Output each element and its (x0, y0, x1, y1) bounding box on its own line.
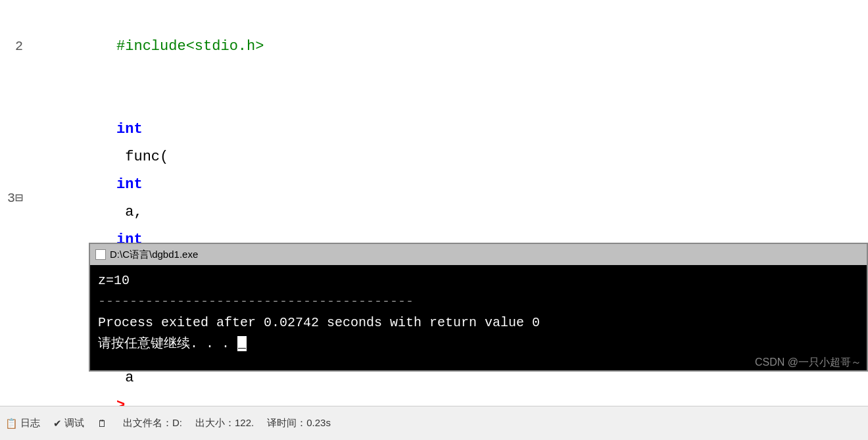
toolbar-compiletime-label: 译时间：0.23s (267, 417, 331, 429)
console-separator: ---------------------------------------- (98, 291, 859, 312)
line-content-2: #include<stdio.h> (30, 5, 861, 88)
console-titlebar-icon (95, 249, 106, 260)
toolbar-note[interactable]: 🗒 (97, 418, 110, 429)
toolbar-log-label: 日志 (20, 417, 40, 429)
console-overlay: D:\C语言\dgbd1.exe z=10 ------------------… (89, 243, 868, 372)
toolbar-log: 📋 日志 (5, 417, 40, 429)
console-titlebar-text: D:\C语言\dgbd1.exe (110, 249, 198, 261)
toolbar-debug[interactable]: ✔ 调试 (53, 417, 84, 429)
toolbar-compiletime: 译时间：0.23s (267, 417, 331, 429)
code-area: 2 #include<stdio.h> 3⊟ int func( int a, … (0, 0, 868, 406)
note-icon: 🗒 (97, 418, 107, 429)
debug-icon: ✔ (53, 418, 62, 429)
toolbar-filename: 出文件名：D: (123, 417, 182, 429)
main-container: 2 #include<stdio.h> 3⊟ int func( int a, … (0, 0, 868, 440)
console-body: z=10 -----------------------------------… (90, 265, 867, 370)
toolbar-filesize-label: 出大小：122. (195, 417, 254, 429)
toolbar-filesize: 出大小：122. (195, 417, 254, 429)
log-icon: 📋 (5, 418, 18, 429)
csdn-watermark: CSDN @一只小超哥～ (755, 356, 861, 370)
line-num-2: 2 (0, 33, 23, 61)
bottom-toolbar: 📋 日志 ✔ 调试 🗒 出文件名：D: 出大小：122. 译时间：0.23s (0, 406, 868, 440)
console-titlebar: D:\C语言\dgbd1.exe (90, 244, 867, 265)
console-process-line: Process exited after 0.02742 seconds wit… (98, 312, 859, 333)
console-press-key: 请按任意键继续. . . _ (98, 333, 859, 354)
code-line-2: 2 #include<stdio.h> (0, 5, 868, 88)
toolbar-debug-label: 调试 (64, 417, 84, 429)
toolbar-filename-label: 出文件名：D: (123, 417, 182, 429)
console-output-line1: z=10 (98, 270, 859, 291)
line-num-3: 3⊟ (0, 185, 23, 212)
